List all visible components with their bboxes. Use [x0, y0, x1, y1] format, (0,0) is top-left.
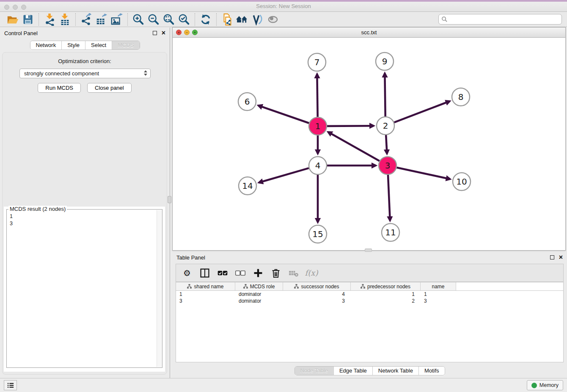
cell-name[interactable]: 3	[421, 298, 456, 304]
window-controls[interactable]	[4, 5, 26, 10]
unselect-all-columns-button[interactable]	[234, 266, 247, 280]
frame-minimize-icon[interactable]: −	[184, 30, 190, 35]
tab-motifs[interactable]: Motifs	[418, 367, 445, 375]
memory-button[interactable]: Memory	[527, 380, 563, 390]
close-panel-icon[interactable]: ×	[162, 30, 165, 36]
close-window-icon[interactable]	[4, 5, 9, 10]
table-options-button[interactable]: ⚙	[180, 266, 194, 280]
network-graph-canvas[interactable]: 7968124314101511	[173, 38, 565, 250]
vizmap-button[interactable]	[250, 13, 265, 26]
export-image-icon	[110, 13, 123, 26]
clone-network-button[interactable]	[220, 13, 235, 26]
task-history-button[interactable]	[4, 380, 17, 390]
tab-select[interactable]: Select	[85, 41, 112, 50]
run-mcds-button[interactable]: Run MCDS	[38, 83, 81, 93]
minimize-window-icon[interactable]	[13, 5, 18, 10]
float-panel-icon[interactable]	[550, 255, 554, 259]
tab-style[interactable]: Style	[61, 41, 85, 50]
tab-network[interactable]: Network	[30, 41, 61, 50]
edge-3-1[interactable]	[328, 132, 379, 161]
open-file-button[interactable]	[5, 13, 20, 26]
export-table-button[interactable]	[94, 13, 109, 26]
import-network-button[interactable]	[42, 13, 57, 26]
plus-icon	[253, 268, 263, 278]
result-scrollbar[interactable]	[157, 210, 162, 367]
vertical-splitter-handle[interactable]	[168, 196, 171, 203]
network-frame-titlebar[interactable]: × − + scc.txt	[173, 28, 565, 38]
column-header-mcds-role[interactable]: MCDS role	[235, 282, 283, 290]
export-image-button[interactable]	[109, 13, 124, 26]
tab-network-table[interactable]: Network Table	[372, 367, 418, 375]
edge-2-8[interactable]	[394, 101, 450, 122]
edge-4-14[interactable]	[259, 168, 309, 182]
delete-column-button[interactable]	[269, 266, 283, 280]
function-builder-button[interactable]: f(x)	[305, 266, 318, 280]
table-row[interactable]: 3 dominator 3 2 3	[176, 298, 563, 304]
frame-close-icon[interactable]: ×	[176, 30, 182, 35]
cell-predecessor-nodes[interactable]: 1	[351, 291, 421, 298]
column-header-predecessor-nodes[interactable]: predecessor nodes	[351, 282, 421, 290]
save-session-button[interactable]	[20, 13, 36, 26]
node-label-10: 10	[456, 177, 467, 187]
show-graphics-details-button[interactable]	[265, 13, 281, 26]
memory-status-icon	[531, 383, 537, 388]
column-type-icon	[361, 284, 365, 289]
cell-successor-nodes[interactable]: 3	[283, 298, 351, 304]
cell-name[interactable]: 1	[421, 291, 456, 298]
delete-table-button[interactable]	[287, 266, 300, 280]
save-icon	[22, 14, 34, 25]
create-column-button[interactable]	[251, 266, 265, 280]
cell-mcds-role[interactable]: dominator	[235, 298, 283, 304]
column-header-shared-name[interactable]: shared name	[176, 282, 235, 290]
float-panel-icon[interactable]	[153, 31, 157, 35]
main-toolbar	[0, 12, 567, 27]
close-panel-button[interactable]: Close panel	[87, 83, 132, 93]
table-row[interactable]: 1 dominator 4 1 1	[176, 291, 563, 298]
toolbar-separator	[75, 13, 76, 26]
search-input[interactable]	[438, 14, 562, 25]
select-all-columns-button[interactable]	[216, 266, 229, 280]
criterion-dropdown[interactable]: strongly connected component	[19, 69, 151, 78]
node-table[interactable]: shared name MCDS role successor nodes pr…	[176, 282, 564, 362]
zoom-window-icon[interactable]	[21, 5, 26, 10]
cell-shared-name[interactable]: 1	[176, 291, 235, 298]
node-label-14: 14	[242, 181, 253, 191]
import-table-button[interactable]	[57, 13, 72, 26]
frame-zoom-icon[interactable]: +	[192, 30, 198, 35]
zoom-out-button[interactable]	[146, 13, 161, 26]
column-header-name[interactable]: name	[421, 282, 456, 290]
zoom-selected-button[interactable]	[176, 13, 192, 26]
zoom-fit-button[interactable]	[161, 13, 176, 26]
edge-2-3[interactable]	[386, 135, 387, 154]
cell-successor-nodes[interactable]: 4	[283, 291, 351, 298]
toolbar-separator	[195, 13, 195, 26]
tab-edge-table[interactable]: Edge Table	[333, 367, 372, 375]
tab-node-table[interactable]: Node Table	[295, 367, 333, 375]
toolbar-separator	[127, 13, 128, 26]
edge-1-7[interactable]	[317, 74, 317, 117]
mcds-buttons-row: Run MCDS Close panel	[3, 83, 167, 93]
apply-layout-button[interactable]	[198, 13, 213, 26]
export-network-button[interactable]	[79, 13, 94, 26]
node-label-6: 6	[245, 97, 250, 107]
zoom-selected-icon	[178, 13, 190, 26]
zoom-in-button[interactable]	[131, 13, 146, 26]
edge-3-10[interactable]	[396, 168, 450, 179]
tab-mcds[interactable]: MCDS	[112, 41, 139, 50]
first-neighbors-button[interactable]	[235, 13, 250, 26]
node-label-11: 11	[385, 227, 396, 237]
horizontal-splitter-handle[interactable]	[365, 248, 372, 252]
edge-1-6[interactable]	[258, 105, 309, 123]
close-panel-icon[interactable]: ×	[559, 255, 563, 260]
show-columns-button[interactable]	[198, 266, 212, 280]
mcds-result-panel: MCDS result (2 nodes) 13	[4, 207, 165, 372]
column-header-successor-nodes[interactable]: successor nodes	[283, 282, 351, 290]
edge-1-2[interactable]	[327, 126, 374, 126]
edge-2-9[interactable]	[385, 73, 385, 116]
cell-mcds-role[interactable]: dominator	[235, 291, 283, 298]
cell-shared-name[interactable]: 3	[176, 298, 235, 304]
cell-predecessor-nodes[interactable]: 2	[351, 298, 421, 304]
table-tabs-strip: Node Table Edge Table Network Table Moti…	[172, 362, 567, 378]
open-folder-icon	[6, 13, 19, 26]
edge-3-11[interactable]	[388, 175, 390, 221]
